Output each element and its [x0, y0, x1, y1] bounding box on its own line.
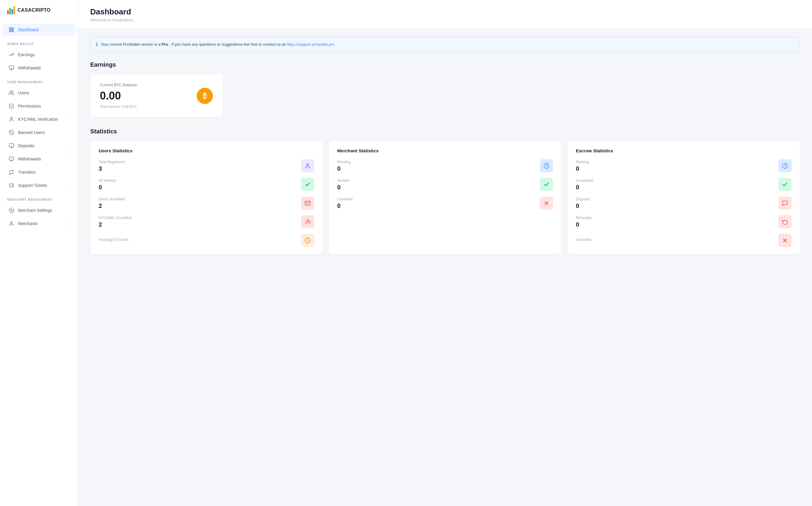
sidebar-item-withdrawals-admin[interactable]: Withdrawals: [2, 62, 75, 74]
sidebar-item-label-support: Support Tickets: [18, 183, 47, 188]
svg-rect-0: [9, 28, 11, 29]
main-content-area: Dashboard Welcome to Casacriptos. ℹ Your…: [78, 0, 812, 506]
btc-icon: ₿: [197, 88, 213, 104]
sidebar-item-label-transfers: Transfers: [18, 170, 36, 175]
sidebar-item-label-merchant-settings: Merchant Settings: [18, 208, 52, 213]
escrow-canceled-label: Canceled: [576, 238, 591, 242]
sidebar-item-banned-users[interactable]: Banned Users: [2, 126, 75, 139]
chevron-right-icon-5: ›: [68, 222, 69, 225]
merchant-stats-row-pending: Pending 0: [337, 159, 553, 172]
sidebar-item-label-permissions: Permissions: [18, 104, 41, 108]
total-registered-label: Total Registered: [99, 160, 125, 164]
statistics-section-title: Statistics: [90, 128, 800, 135]
users-icon: [8, 90, 14, 96]
sidebar-item-deposits[interactable]: Deposits ›: [2, 140, 75, 152]
merchant-canceled-label: Canceled: [337, 197, 353, 201]
svg-point-17: [11, 210, 12, 211]
merchant-stats-row-canceled: Canceled 0: [337, 196, 553, 210]
svg-point-7: [10, 91, 12, 93]
all-verified-value: 0: [99, 184, 116, 191]
escrow-completed-value: 0: [576, 184, 593, 191]
escrow-pending-label: Pending: [576, 160, 589, 164]
escrow-pending-value: 0: [576, 165, 589, 172]
banned-icon: [8, 130, 14, 136]
info-banner: ℹ Your current ProWallet version is v Pr…: [90, 37, 800, 52]
page-title: Dashboard: [90, 7, 800, 16]
escrow-completed-icon: [778, 178, 792, 191]
main-body: ℹ Your current ProWallet version is v Pr…: [78, 28, 812, 263]
main-header: Dashboard Welcome to Casacriptos.: [78, 0, 812, 28]
app-name: CASACRIPTO: [17, 7, 51, 13]
earnings-card-value: 0.00: [100, 90, 137, 102]
svg-rect-3: [9, 30, 11, 32]
svg-point-20: [307, 220, 309, 222]
transfers-icon: [8, 169, 14, 175]
svg-rect-1: [12, 28, 13, 29]
chevron-right-icon-4: ›: [68, 184, 69, 187]
escrow-statistics-card: Escrow Statistics Pending 0 Completed 0: [568, 141, 800, 254]
logo-icon: [7, 6, 15, 14]
merchant-verified-value: 0: [337, 184, 349, 191]
sidebar-item-label-merchants: Merchants: [18, 221, 38, 226]
email-unverified-value: 2: [99, 202, 125, 209]
earnings-card: Current BTC Balance 0.00 Total earned: 0…: [90, 74, 223, 117]
section-label-merchant-management: MERCHANT MANAGEMENT: [0, 192, 78, 204]
earnings-info: Current BTC Balance 0.00 Total earned: 0…: [100, 83, 137, 109]
sidebar-item-label-withdrawals: Withdrawals: [18, 157, 41, 161]
earnings-card-label: Current BTC Balance: [100, 83, 137, 87]
deposits-icon: [8, 143, 14, 149]
info-icon: ℹ: [96, 41, 98, 47]
sidebar-item-users[interactable]: Users: [2, 87, 75, 99]
stats-row-pending-kyc: Pending KYC/AML: [99, 234, 314, 247]
sidebar-item-kyc-aml[interactable]: KYC/AML Verification ›: [2, 113, 75, 125]
svg-point-19: [307, 164, 309, 166]
sidebar-item-transfers[interactable]: Transfers: [2, 166, 75, 178]
escrow-refunded-label: Refunded: [576, 216, 592, 220]
sidebar-item-label-earnings: Earnings: [18, 52, 34, 57]
escrow-stats-row-completed: Completed 0: [576, 178, 792, 191]
sidebar-item-earnings[interactable]: Earnings: [2, 49, 75, 61]
logo: CASACRIPTO: [0, 0, 78, 21]
sidebar-item-label-users: Users: [18, 90, 29, 95]
escrow-disputed-value: 0: [576, 202, 590, 209]
stats-row-email-unverified: Email Unverified 2: [99, 196, 314, 210]
sidebar-item-label-deposits: Deposits: [18, 143, 34, 148]
escrow-completed-label: Completed: [576, 178, 593, 183]
chevron-right-icon-2: ›: [68, 144, 69, 148]
section-label-admin-wallet: ADMIN WALLET: [0, 36, 78, 48]
chevron-right-icon: ›: [68, 117, 69, 121]
dashboard-icon: [8, 27, 14, 33]
escrow-refunded-value: 0: [576, 221, 592, 228]
all-verified-label: All Verified: [99, 178, 116, 183]
sidebar-item-permissions[interactable]: Permissions: [2, 100, 75, 112]
all-verified-icon: [301, 178, 314, 191]
sidebar-item-label-dashboard: Dashboard: [18, 27, 39, 32]
escrow-disputed-icon: [778, 196, 792, 210]
escrow-stats-title: Escrow Statistics: [576, 148, 792, 153]
merchant-canceled-value: 0: [337, 202, 353, 209]
merchant-verified-label: Verified: [337, 178, 349, 183]
page-subtitle: Welcome to Casacriptos.: [90, 18, 800, 22]
svg-rect-4: [9, 66, 14, 69]
svg-point-18: [10, 222, 12, 223]
banner-link[interactable]: https://support.prowallet.pro: [286, 42, 335, 47]
escrow-stats-row-canceled: Canceled: [576, 234, 792, 247]
kyc-icon: [8, 116, 14, 122]
support-icon: [8, 182, 14, 188]
sidebar-item-label-kyc-aml: KYC/AML Verification: [18, 117, 58, 122]
sidebar-item-dashboard[interactable]: Dashboard: [2, 24, 75, 36]
svg-point-8: [10, 117, 12, 119]
sidebar-item-withdrawals[interactable]: Withdrawals ›: [2, 153, 75, 165]
svg-line-21: [309, 221, 310, 222]
email-unverified-icon: [301, 196, 314, 210]
svg-rect-14: [9, 157, 14, 160]
kyc-unverified-label: KYC/AML Unverified: [99, 216, 132, 220]
sidebar-item-support[interactable]: Support Tickets ›: [2, 179, 75, 191]
section-label-user-management: USER MANAGEMENT: [0, 75, 78, 86]
svg-rect-11: [9, 144, 14, 147]
sidebar-item-merchant-settings[interactable]: Merchant Settings: [2, 204, 75, 216]
sidebar-item-merchants[interactable]: Merchants ›: [2, 218, 75, 230]
merchant-canceled-icon: [540, 196, 553, 210]
svg-rect-2: [12, 30, 13, 32]
merchant-settings-icon: [8, 207, 14, 213]
